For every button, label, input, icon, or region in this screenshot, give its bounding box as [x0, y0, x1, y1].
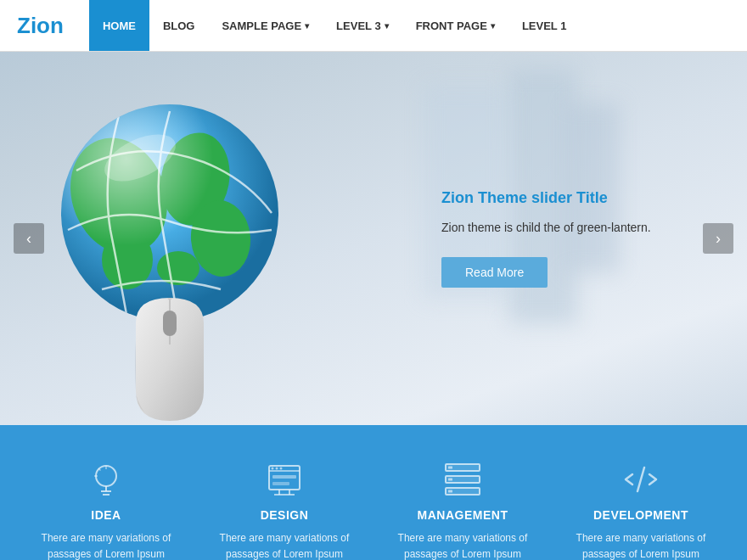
svg-rect-24: [272, 482, 289, 485]
nav-item-home[interactable]: HOME: [89, 0, 149, 51]
feature-desc-design: There are many variations of passages of…: [206, 530, 363, 560]
feature-item-idea: IDEAThere are many variations of passage…: [28, 459, 185, 560]
slide-content: Zion Theme slider Title Zion theme is ch…: [441, 189, 679, 288]
idea-icon: [86, 459, 126, 500]
nav-item-sample-page[interactable]: SAMPLE PAGE ▾: [208, 0, 323, 51]
feature-desc-development: There are many variations of passages of…: [563, 530, 720, 560]
svg-rect-32: [448, 479, 452, 481]
management-icon: [442, 459, 483, 500]
svg-rect-33: [448, 490, 452, 493]
feature-item-design: DESIGNThere are many variations of passa…: [206, 459, 363, 560]
feature-title-development: DEVELOPMENT: [593, 508, 688, 522]
svg-point-21: [275, 468, 278, 470]
feature-desc-management: There are many variations of passages of…: [385, 530, 542, 560]
nav-item-front-page[interactable]: FRONT PAGE ▾: [402, 0, 508, 51]
feature-item-development: DEVELOPMENTThere are many variations of …: [563, 459, 720, 560]
svg-rect-10: [163, 311, 177, 336]
nav: HOMEBLOGSAMPLE PAGE ▾LEVEL 3 ▾FRONT PAGE…: [89, 0, 581, 51]
svg-point-20: [271, 468, 273, 470]
slider-prev-button[interactable]: ‹: [14, 223, 44, 254]
feature-title-idea: IDEA: [91, 508, 121, 522]
nav-item-level-3[interactable]: LEVEL 3 ▾: [323, 0, 402, 51]
read-more-button[interactable]: Read More: [441, 257, 548, 288]
feature-title-design: DESIGN: [261, 508, 309, 522]
header: Zion HOMEBLOGSAMPLE PAGE ▾LEVEL 3 ▾FRONT…: [0, 0, 747, 52]
svg-rect-23: [272, 475, 296, 479]
development-icon: [621, 459, 661, 500]
feature-desc-idea: There are many variations of passages of…: [28, 530, 185, 560]
svg-line-34: [637, 468, 644, 491]
slide-text: Zion theme is child the of green-lantern…: [441, 219, 679, 237]
feature-item-management: MANAGEMENTThere are many variations of p…: [385, 459, 542, 560]
nav-item-level-1[interactable]: LEVEL 1: [508, 0, 581, 51]
nav-item-blog[interactable]: BLOG: [149, 0, 209, 51]
design-icon: [264, 459, 305, 500]
features-bar: IDEAThere are many variations of passage…: [0, 425, 747, 560]
hero-slider: Zion Theme slider Title Zion theme is ch…: [0, 52, 747, 425]
slide-title: Zion Theme slider Title: [441, 189, 679, 207]
logo[interactable]: Zion: [17, 13, 64, 39]
feature-title-management: MANAGEMENT: [418, 508, 508, 522]
mouse-image: [119, 298, 221, 425]
slider-next-button[interactable]: ›: [703, 223, 733, 254]
svg-rect-31: [448, 467, 452, 469]
svg-point-22: [279, 468, 282, 470]
